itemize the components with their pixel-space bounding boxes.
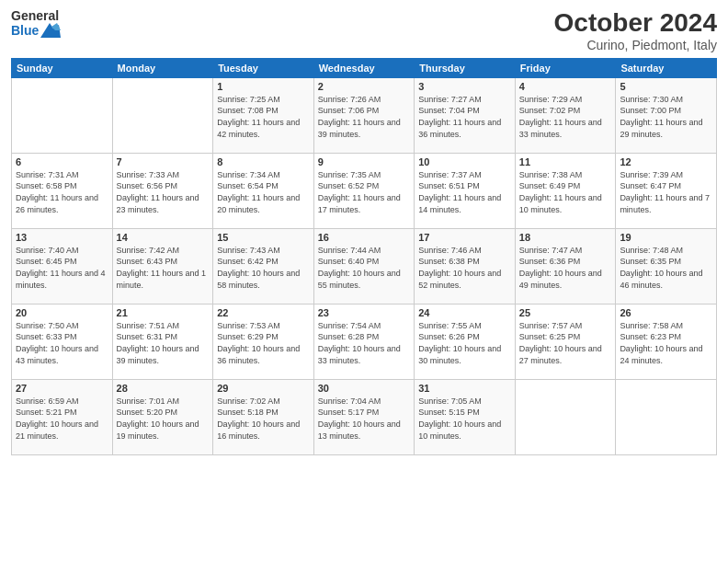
day-number: 20 [16, 307, 108, 318]
week-row-1: 1 Sunrise: 7:25 AM Sunset: 7:08 PM Dayli… [12, 77, 717, 153]
day-number: 19 [620, 232, 712, 243]
table-cell: 12 Sunrise: 7:39 AM Sunset: 6:47 PM Dayl… [616, 153, 717, 228]
sunrise-text: Sunrise: 7:25 AM [217, 94, 310, 106]
sunrise-text: Sunrise: 7:50 AM [16, 320, 108, 332]
sunrise-text: Sunrise: 7:57 AM [519, 320, 612, 332]
sunset-text: Sunset: 6:45 PM [16, 256, 108, 268]
table-cell: 25 Sunrise: 7:57 AM Sunset: 6:25 PM Dayl… [515, 304, 616, 379]
header-monday: Monday [112, 58, 213, 77]
sunset-text: Sunset: 6:52 PM [318, 180, 411, 192]
day-info: Sunrise: 7:47 AM Sunset: 6:36 PM Dayligh… [519, 245, 612, 291]
sunrise-text: Sunrise: 7:29 AM [519, 94, 612, 106]
week-row-4: 20 Sunrise: 7:50 AM Sunset: 6:33 PM Dayl… [12, 304, 717, 379]
day-number: 30 [318, 383, 411, 394]
sunrise-text: Sunrise: 7:27 AM [418, 94, 511, 106]
day-number: 29 [217, 383, 310, 394]
day-number: 15 [217, 232, 310, 243]
daylight-text: Daylight: 11 hours and 29 minutes. [620, 117, 712, 140]
sunrise-text: Sunrise: 7:55 AM [418, 320, 511, 332]
day-info: Sunrise: 7:29 AM Sunset: 7:02 PM Dayligh… [519, 94, 612, 140]
daylight-text: Daylight: 11 hours and 26 minutes. [16, 192, 108, 215]
table-cell: 13 Sunrise: 7:40 AM Sunset: 6:45 PM Dayl… [12, 228, 113, 304]
table-cell [12, 77, 113, 153]
day-info: Sunrise: 7:27 AM Sunset: 7:04 PM Dayligh… [418, 94, 511, 140]
sunrise-text: Sunrise: 7:39 AM [620, 169, 712, 181]
day-info: Sunrise: 7:53 AM Sunset: 6:29 PM Dayligh… [217, 320, 310, 366]
day-number: 1 [217, 81, 310, 92]
sunrise-text: Sunrise: 7:01 AM [117, 396, 210, 408]
day-info: Sunrise: 6:59 AM Sunset: 5:21 PM Dayligh… [16, 396, 108, 442]
table-cell: 28 Sunrise: 7:01 AM Sunset: 5:20 PM Dayl… [112, 379, 213, 454]
table-cell [112, 77, 213, 153]
sunrise-text: Sunrise: 7:31 AM [16, 169, 108, 181]
day-info: Sunrise: 7:01 AM Sunset: 5:20 PM Dayligh… [117, 396, 210, 442]
sunrise-text: Sunrise: 7:51 AM [117, 320, 210, 332]
day-number: 2 [318, 81, 411, 92]
table-cell: 6 Sunrise: 7:31 AM Sunset: 6:58 PM Dayli… [12, 153, 113, 228]
page-header: General Blue October 2024 Curino, Piedmo… [11, 9, 717, 52]
sunrise-text: Sunrise: 7:40 AM [16, 245, 108, 257]
week-row-5: 27 Sunrise: 6:59 AM Sunset: 5:21 PM Dayl… [12, 379, 717, 454]
sunrise-text: Sunrise: 7:35 AM [318, 169, 411, 181]
table-cell: 3 Sunrise: 7:27 AM Sunset: 7:04 PM Dayli… [415, 77, 516, 153]
daylight-text: Daylight: 11 hours and 42 minutes. [217, 117, 310, 140]
sunrise-text: Sunrise: 7:48 AM [620, 245, 712, 257]
day-info: Sunrise: 7:02 AM Sunset: 5:18 PM Dayligh… [217, 396, 310, 442]
day-number: 17 [418, 232, 511, 243]
day-info: Sunrise: 7:30 AM Sunset: 7:00 PM Dayligh… [620, 94, 712, 140]
day-number: 31 [418, 383, 511, 394]
sunset-text: Sunset: 5:18 PM [217, 407, 310, 419]
daylight-text: Daylight: 10 hours and 10 minutes. [418, 419, 511, 442]
daylight-text: Daylight: 10 hours and 46 minutes. [620, 268, 712, 291]
day-info: Sunrise: 7:58 AM Sunset: 6:23 PM Dayligh… [620, 320, 712, 366]
sunset-text: Sunset: 6:56 PM [117, 180, 210, 192]
day-number: 27 [16, 383, 108, 394]
title-block: October 2024 Curino, Piedmont, Italy [554, 9, 717, 52]
calendar-title: October 2024 [554, 9, 717, 38]
daylight-text: Daylight: 11 hours and 10 minutes. [519, 192, 612, 215]
daylight-text: Daylight: 10 hours and 16 minutes. [217, 419, 310, 442]
table-cell: 20 Sunrise: 7:50 AM Sunset: 6:33 PM Dayl… [12, 304, 113, 379]
sunset-text: Sunset: 7:08 PM [217, 105, 310, 117]
logo-blue: Blue [11, 23, 61, 38]
day-number: 18 [519, 232, 612, 243]
daylight-text: Daylight: 11 hours and 4 minutes. [16, 268, 108, 291]
sunset-text: Sunset: 6:38 PM [418, 256, 511, 268]
sunset-text: Sunset: 7:02 PM [519, 105, 612, 117]
table-cell: 29 Sunrise: 7:02 AM Sunset: 5:18 PM Dayl… [213, 379, 314, 454]
table-cell: 2 Sunrise: 7:26 AM Sunset: 7:06 PM Dayli… [313, 77, 415, 153]
sunset-text: Sunset: 6:36 PM [519, 256, 612, 268]
sunrise-text: Sunrise: 7:53 AM [217, 320, 310, 332]
daylight-text: Daylight: 10 hours and 55 minutes. [318, 268, 411, 291]
sunset-text: Sunset: 6:29 PM [217, 331, 310, 343]
sunrise-text: Sunrise: 7:58 AM [620, 320, 712, 332]
sunrise-text: Sunrise: 7:46 AM [418, 245, 511, 257]
sunrise-text: Sunrise: 7:02 AM [217, 396, 310, 408]
day-info: Sunrise: 7:34 AM Sunset: 6:54 PM Dayligh… [217, 169, 310, 215]
sunrise-text: Sunrise: 7:54 AM [318, 320, 411, 332]
header-tuesday: Tuesday [213, 58, 314, 77]
daylight-text: Daylight: 10 hours and 39 minutes. [117, 343, 210, 366]
day-number: 3 [418, 81, 511, 92]
daylight-text: Daylight: 10 hours and 52 minutes. [418, 268, 511, 291]
calendar-page: General Blue October 2024 Curino, Piedmo… [0, 0, 728, 563]
daylight-text: Daylight: 11 hours and 14 minutes. [418, 192, 511, 215]
sunrise-text: Sunrise: 7:47 AM [519, 245, 612, 257]
day-info: Sunrise: 7:39 AM Sunset: 6:47 PM Dayligh… [620, 169, 712, 215]
header-row: Sunday Monday Tuesday Wednesday Thursday… [12, 58, 717, 77]
sunrise-text: Sunrise: 7:33 AM [117, 169, 210, 181]
day-number: 12 [620, 156, 712, 167]
header-saturday: Saturday [616, 58, 717, 77]
daylight-text: Daylight: 10 hours and 36 minutes. [217, 343, 310, 366]
table-cell [616, 379, 717, 454]
week-row-2: 6 Sunrise: 7:31 AM Sunset: 6:58 PM Dayli… [12, 153, 717, 228]
day-info: Sunrise: 7:38 AM Sunset: 6:49 PM Dayligh… [519, 169, 612, 215]
day-number: 22 [217, 307, 310, 318]
day-info: Sunrise: 7:05 AM Sunset: 5:15 PM Dayligh… [418, 396, 511, 442]
day-number: 4 [519, 81, 612, 92]
sunrise-text: Sunrise: 7:43 AM [217, 245, 310, 257]
logo-general: General [11, 9, 61, 23]
logo: General Blue [11, 9, 61, 38]
table-cell: 16 Sunrise: 7:44 AM Sunset: 6:40 PM Dayl… [313, 228, 415, 304]
day-number: 10 [418, 156, 511, 167]
